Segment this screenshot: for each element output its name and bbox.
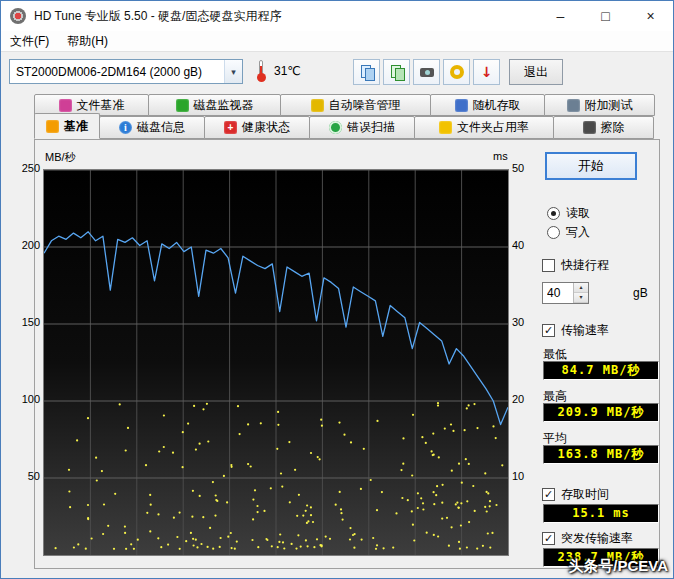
tab-label: 文件基准 — [77, 97, 125, 114]
tab-disk-monitor[interactable]: 磁盘监视器 — [148, 94, 281, 116]
short-stroke-stepper[interactable]: ▴ ▾ — [542, 282, 589, 304]
title-bar: HD Tune 专业版 5.50 - 硬盘/固态硬盘实用程序 – □ × — [1, 1, 673, 31]
download-icon — [479, 64, 495, 80]
tab-label: 附加测试 — [585, 97, 633, 114]
checkbox-icon[interactable] — [542, 488, 555, 501]
update-button[interactable] — [473, 59, 500, 85]
max-value: 209.9 MB/秒 — [543, 403, 659, 422]
min-value: 84.7 MB/秒 — [543, 361, 659, 380]
access-time-value: 15.1 ms — [543, 504, 659, 523]
right-axis-tick: 50 — [512, 162, 538, 174]
menu-file[interactable]: 文件(F) — [1, 31, 58, 52]
file-benchmark-icon — [59, 99, 72, 112]
tab-benchmark[interactable]: 基准 — [34, 113, 100, 139]
menu-help[interactable]: 帮助(H) — [58, 31, 117, 52]
tab-label: 错误扫描 — [347, 119, 395, 136]
access-time-checkbox[interactable]: 存取时间 — [542, 486, 609, 503]
gear-icon — [449, 64, 465, 80]
transfer-rate-checkbox[interactable]: 传输速率 — [542, 322, 609, 339]
tab-health[interactable]: 健康状态 — [204, 116, 310, 139]
health-icon — [224, 121, 237, 134]
tab-error-scan[interactable]: 错误扫描 — [309, 116, 415, 139]
watermark: 头条号/PCEVA — [568, 557, 668, 576]
drive-select-value: ST2000DM006-2DM164 (2000 gB) — [10, 65, 224, 79]
temperature-value: 31℃ — [274, 64, 301, 78]
right-axis-tick: 30 — [512, 316, 538, 328]
tab-folder-usage[interactable]: 文件夹占用率 — [414, 116, 554, 139]
copy-icon — [359, 64, 375, 80]
tab-random-access[interactable]: 随机存取 — [430, 94, 545, 116]
copy-text-button[interactable] — [383, 59, 410, 85]
short-stroke-unit: gB — [633, 286, 648, 300]
avg-value: 163.8 MB/秒 — [543, 445, 659, 464]
short-stroke-checkbox[interactable]: 快捷行程 — [542, 257, 609, 274]
left-axis-tick: 150 — [13, 316, 40, 328]
radio-icon[interactable] — [547, 226, 560, 239]
tab-disk-info[interactable]: 磁盘信息 — [99, 116, 205, 139]
window-title: HD Tune 专业版 5.50 - 硬盘/固态硬盘实用程序 — [34, 8, 281, 25]
maximize-button[interactable]: □ — [583, 1, 628, 31]
tab-row-bottom: 基准磁盘信息健康状态错误扫描文件夹占用率擦除 — [34, 116, 653, 139]
left-axis-tick: 200 — [13, 239, 40, 251]
app-icon — [10, 8, 26, 24]
drive-select[interactable]: ST2000DM006-2DM164 (2000 gB) ▾ — [9, 59, 243, 84]
burst-rate-checkbox[interactable]: 突发传输速率 — [542, 530, 633, 547]
exit-button[interactable]: 退出 — [509, 59, 563, 85]
tab-row-top: 文件基准磁盘监视器自动噪音管理随机存取附加测试 — [34, 94, 654, 116]
tab-label: 磁盘信息 — [137, 119, 185, 136]
write-radio[interactable]: 写入 — [547, 224, 590, 241]
menu-bar: 文件(F) 帮助(H) — [1, 31, 673, 52]
checkbox-icon[interactable] — [542, 324, 555, 337]
options-button[interactable] — [443, 59, 470, 85]
checkbox-icon[interactable] — [542, 532, 555, 545]
tab-label: 文件夹占用率 — [457, 119, 529, 136]
benchmark-chart — [43, 169, 509, 556]
tab-label: 擦除 — [601, 119, 625, 136]
camera-icon — [419, 64, 435, 80]
tab-label: 自动噪音管理 — [329, 97, 401, 114]
tab-label: 健康状态 — [242, 119, 290, 136]
hdtune-window: HD Tune 专业版 5.50 - 硬盘/固态硬盘实用程序 – □ × 文件(… — [0, 0, 674, 579]
tab-erase[interactable]: 擦除 — [553, 116, 654, 139]
toolbar: ST2000DM006-2DM164 (2000 gB) ▾ 31℃ 退出 — [1, 53, 673, 91]
right-axis-tick: 40 — [512, 239, 538, 251]
copy-text-icon — [389, 64, 405, 80]
right-axis-label: ms — [493, 150, 508, 162]
tab-extra-tests[interactable]: 附加测试 — [544, 94, 655, 116]
aam-icon — [311, 99, 324, 112]
checkbox-icon[interactable] — [542, 259, 555, 272]
left-axis-label: MB/秒 — [45, 150, 76, 165]
minimize-button[interactable]: – — [538, 1, 583, 31]
access-time-label: 存取时间 — [561, 486, 609, 503]
copy-button[interactable] — [353, 59, 380, 85]
right-axis-tick: 20 — [512, 393, 538, 405]
radio-icon[interactable] — [547, 207, 560, 220]
tab-label: 基准 — [64, 118, 88, 135]
left-axis-tick: 250 — [13, 162, 40, 174]
stepper-up-icon[interactable]: ▴ — [574, 283, 588, 293]
close-button[interactable]: × — [628, 1, 673, 31]
short-stroke-label: 快捷行程 — [561, 257, 609, 274]
write-radio-label: 写入 — [566, 224, 590, 241]
tab-label: 磁盘监视器 — [194, 97, 254, 114]
tab-label: 随机存取 — [473, 97, 521, 114]
screenshot-button[interactable] — [413, 59, 440, 85]
read-radio[interactable]: 读取 — [547, 205, 590, 222]
tab-aam[interactable]: 自动噪音管理 — [280, 94, 431, 116]
error-scan-icon — [329, 121, 342, 134]
random-access-icon — [455, 99, 468, 112]
window-controls: – □ × — [538, 1, 673, 31]
read-radio-label: 读取 — [566, 205, 590, 222]
left-axis-tick: 50 — [13, 470, 40, 482]
chevron-down-icon: ▾ — [224, 60, 242, 83]
short-stroke-input[interactable] — [543, 283, 573, 303]
transfer-rate-label: 传输速率 — [561, 322, 609, 339]
stepper-down-icon[interactable]: ▾ — [574, 293, 588, 303]
disk-info-icon — [119, 121, 132, 134]
benchmark-icon — [46, 120, 59, 133]
burst-rate-label: 突发传输速率 — [561, 530, 633, 547]
extra-tests-icon — [567, 99, 580, 112]
stepper-arrows[interactable]: ▴ ▾ — [573, 283, 588, 303]
start-button[interactable]: 开始 — [545, 152, 637, 180]
erase-icon — [583, 121, 596, 134]
